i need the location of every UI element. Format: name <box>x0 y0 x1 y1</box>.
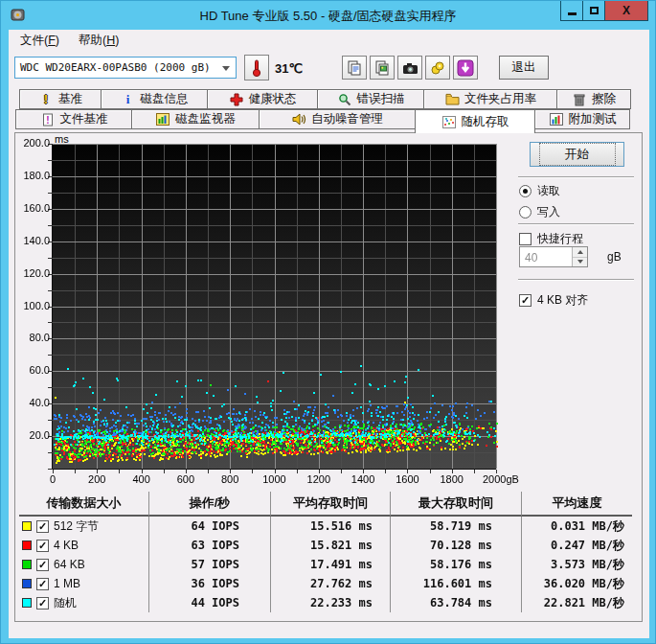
start-button[interactable]: 开始 <box>530 142 624 167</box>
thermometer-icon <box>251 58 262 78</box>
health-icon <box>229 92 244 106</box>
legend-cell: ✓64 KB <box>19 555 149 574</box>
y-tick-label: 60.0 <box>15 364 50 376</box>
x-tick-label: 2000gB <box>483 473 519 485</box>
tab-file-benchmark[interactable]: !文件基准 <box>15 109 132 129</box>
tab-label: 文件基准 <box>60 111 108 127</box>
menu-item-h[interactable]: 帮助(H) <box>69 30 128 52</box>
4kb-align-checkbox[interactable]: ✓ 4 KB 对齐 <box>519 292 588 309</box>
close-icon: X <box>622 4 630 17</box>
max-value: 70.128 ms <box>391 536 522 555</box>
speed-value: 0.247 MB/秒 <box>522 536 632 555</box>
tab-random-access[interactable]: 随机存取 <box>415 109 535 133</box>
drive-select[interactable]: WDC WD20EARX-00PASB0 (2000 gB) <box>14 57 237 79</box>
short-stroke-unit-label: gB <box>607 250 622 264</box>
triangle-down-icon <box>577 260 583 264</box>
y-tick-label: 100.0 <box>15 300 50 311</box>
separator <box>518 223 634 225</box>
temperature-button[interactable] <box>244 55 269 80</box>
menu-item-f[interactable]: 文件(F) <box>11 30 69 52</box>
spinner-up-button[interactable] <box>573 247 587 258</box>
y-tick-label: 80.0 <box>15 332 50 343</box>
y-tick-label: 120.0 <box>15 267 50 279</box>
tab-error-scan[interactable]: 错误扫描 <box>317 89 424 109</box>
series-checkbox[interactable]: ✓ <box>36 578 49 590</box>
tab-label: 擦除 <box>592 91 616 107</box>
tab-label: 磁盘监视器 <box>175 111 236 127</box>
chevron-down-icon <box>222 66 230 71</box>
random-access-scatter-chart <box>47 144 499 476</box>
checkbox-unchecked-icon <box>519 233 532 245</box>
series-color-swatch <box>22 579 32 588</box>
legend-cell: ✓1 MB <box>19 574 149 593</box>
column-header: 操作/秒 <box>149 492 271 517</box>
avg-value: 22.233 ms <box>271 593 391 612</box>
speed-value: 36.020 MB/秒 <box>522 574 632 593</box>
short-stroke-size-input[interactable]: 40 <box>519 246 588 267</box>
tab-disk-monitor[interactable]: 磁盘监视器 <box>131 109 260 129</box>
y-tick-label: 160.0 <box>15 202 50 214</box>
y-tick-label: 200.0 <box>15 137 50 149</box>
series-label: 512 字节 <box>54 518 99 535</box>
series-checkbox[interactable]: ✓ <box>36 597 49 610</box>
y-tick-label: 140.0 <box>15 235 50 246</box>
hdtune-window: HD Tune 专业版 5.50 - 硬盘/固态硬盘实用程序 X 文件(F)帮助… <box>0 0 656 644</box>
tab-benchmark[interactable]: !基准 <box>19 89 102 109</box>
avg-value: 17.491 ms <box>271 555 391 574</box>
menu-bar: 文件(F)帮助(H) <box>9 30 649 51</box>
tab-erase[interactable]: 擦除 <box>556 89 631 109</box>
column-header: 最大存取时间 <box>391 492 522 517</box>
read-radio[interactable]: 读取 <box>519 183 560 199</box>
tab-disk-info[interactable]: i磁盘信息 <box>101 89 208 109</box>
temperature-value: 31℃ <box>275 61 303 76</box>
save-button[interactable] <box>425 56 450 80</box>
random-access-page: ms 200.0180.0160.0140.0120.0100.080.060.… <box>14 132 643 622</box>
tab-aam[interactable]: 自动噪音管理 <box>259 109 416 129</box>
series-color-swatch <box>22 560 32 569</box>
tab-row-2: !文件基准磁盘监视器自动噪音管理随机存取附加测试 <box>16 109 630 133</box>
copy-text-button[interactable] <box>342 56 367 80</box>
ops-value: 57 IOPS <box>149 555 271 574</box>
disk-monitor-icon <box>155 112 170 126</box>
series-checkbox[interactable]: ✓ <box>36 540 49 552</box>
aam-icon <box>291 112 306 126</box>
legend-cell: ✓4 KB <box>19 536 149 555</box>
download-button[interactable] <box>453 56 478 80</box>
results-table: 传输数据大小操作/秒平均存取时间最大存取时间平均速度✓512 字节64 IOPS… <box>19 492 632 612</box>
file-benchmark-icon: ! <box>40 112 56 126</box>
copy-image-button[interactable] <box>370 56 395 80</box>
folder-usage-icon <box>444 92 460 106</box>
tab-label: 自动噪音管理 <box>311 111 383 127</box>
disk-info-icon: i <box>121 92 136 106</box>
radio-off-icon <box>519 206 532 218</box>
exit-button[interactable]: 退出 <box>499 56 549 80</box>
tab-label: 错误扫描 <box>357 91 405 107</box>
maximize-button[interactable] <box>582 1 605 21</box>
title-bar[interactable]: HD Tune 专业版 5.50 - 硬盘/固态硬盘实用程序 X <box>1 1 655 30</box>
tab-extra-tests[interactable]: 附加测试 <box>534 109 630 129</box>
series-label: 4 KB <box>54 539 79 552</box>
error-scan-icon <box>337 92 352 106</box>
series-color-swatch <box>22 540 32 550</box>
minimize-button[interactable] <box>560 1 583 21</box>
tab-health[interactable]: 健康状态 <box>207 89 318 109</box>
series-checkbox[interactable]: ✓ <box>36 520 49 533</box>
tab-label: 磁盘信息 <box>141 91 189 107</box>
spinner-down-button[interactable] <box>573 258 587 267</box>
x-tick-label: 1800 <box>423 473 481 485</box>
close-button[interactable]: X <box>604 1 648 21</box>
checkbox-checked-icon: ✓ <box>519 294 532 307</box>
short-stroke-checkbox[interactable]: 快捷行程 <box>519 231 583 247</box>
drive-select-value: WDC WD20EARX-00PASB0 (2000 gB) <box>20 61 211 74</box>
write-radio[interactable]: 写入 <box>519 204 560 220</box>
tab-label: 文件夹占用率 <box>464 91 536 107</box>
tab-folder-usage[interactable]: 文件夹占用率 <box>423 89 557 109</box>
triangle-up-icon <box>577 250 583 254</box>
benchmark-icon: ! <box>38 92 54 106</box>
tab-label: 基准 <box>58 91 82 107</box>
screenshot-button[interactable] <box>397 56 422 80</box>
series-checkbox[interactable]: ✓ <box>36 559 49 571</box>
separator <box>518 176 634 178</box>
series-label: 64 KB <box>54 558 85 571</box>
series-color-swatch <box>22 521 32 531</box>
